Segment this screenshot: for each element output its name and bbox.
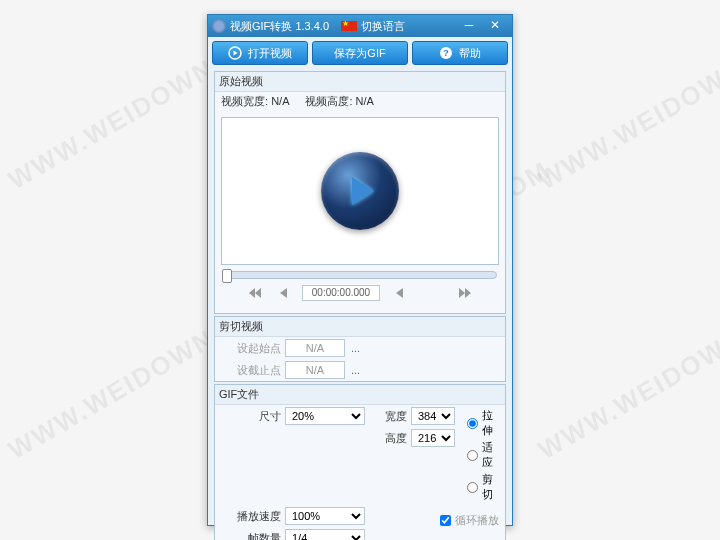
gif-height-label: 高度 [377,431,407,446]
clip-panel: 剪切视频 设起始点 ... 设截止点 ... [214,316,506,382]
window-title: 视频GIF转换 1.3.4.0 [230,19,329,34]
gif-size-select[interactable]: 20% [285,407,365,425]
seek-thumb[interactable] [222,269,232,283]
help-label: 帮助 [459,46,481,61]
close-button[interactable]: ✕ [482,18,508,34]
timecode-display: 00:00:00.000 [302,285,380,301]
flag-icon [341,21,357,31]
watermark: WWW.WEIDOWN.COM [533,15,720,196]
app-icon [212,19,226,33]
watermark: WWW.WEIDOWN.COM [533,285,720,466]
clip-panel-title: 剪切视频 [215,317,505,337]
clip-start-input[interactable] [285,339,345,357]
gif-panel: GIF文件 尺寸 20% 宽度 384 高度 216 拉伸 [214,384,506,540]
gif-speed-label: 播放速度 [221,509,281,524]
save-gif-button[interactable]: 保存为GIF [312,41,408,65]
gif-width-label: 宽度 [377,409,407,424]
language-switch[interactable]: 切换语言 [361,19,456,34]
gif-frames-label: 帧数量 [221,531,281,541]
fit-stretch-radio[interactable]: 拉伸 [467,407,499,439]
play-circle-icon [228,46,242,60]
play-button[interactable] [321,152,399,230]
svg-text:?: ? [443,48,449,58]
gif-frames-select[interactable]: 1/4 [285,529,365,540]
clip-end-input[interactable] [285,361,345,379]
skip-back-button[interactable] [246,285,264,301]
video-preview [221,117,499,265]
source-panel: 原始视频 视频宽度: N/A 视频高度: N/A 00:00:00. [214,71,506,314]
open-video-label: 打开视频 [248,46,292,61]
titlebar[interactable]: 视频GIF转换 1.3.4.0 切换语言 ─ ✕ [208,15,512,37]
clip-start-browse[interactable]: ... [349,342,362,354]
loop-checkbox[interactable]: 循环播放 [440,507,499,528]
step-back-button[interactable] [274,285,292,301]
help-button[interactable]: ? 帮助 [412,41,508,65]
step-forward-button[interactable] [390,285,408,301]
fit-crop-radio[interactable]: 剪切 [467,471,499,503]
app-window: 视频GIF转换 1.3.4.0 切换语言 ─ ✕ 打开视频 保存为GIF ? 帮… [207,14,513,526]
gif-width-select[interactable]: 384 [411,407,455,425]
source-dimensions: 视频宽度: N/A 视频高度: N/A [215,92,505,111]
gif-speed-select[interactable]: 100% [285,507,365,525]
clip-end-label: 设截止点 [221,363,281,378]
gif-height-select[interactable]: 216 [411,429,455,447]
clip-start-label: 设起始点 [221,341,281,356]
gif-size-label: 尺寸 [221,409,281,424]
source-panel-title: 原始视频 [215,72,505,92]
fit-fit-radio[interactable]: 适应 [467,439,499,471]
gif-panel-title: GIF文件 [215,385,505,405]
help-icon: ? [439,46,453,60]
open-video-button[interactable]: 打开视频 [212,41,308,65]
clip-end-browse[interactable]: ... [349,364,362,376]
seek-slider[interactable] [223,271,497,279]
save-gif-label: 保存为GIF [334,46,385,61]
minimize-button[interactable]: ─ [456,18,482,34]
toolbar: 打开视频 保存为GIF ? 帮助 [208,37,512,69]
skip-forward-button[interactable] [456,285,474,301]
